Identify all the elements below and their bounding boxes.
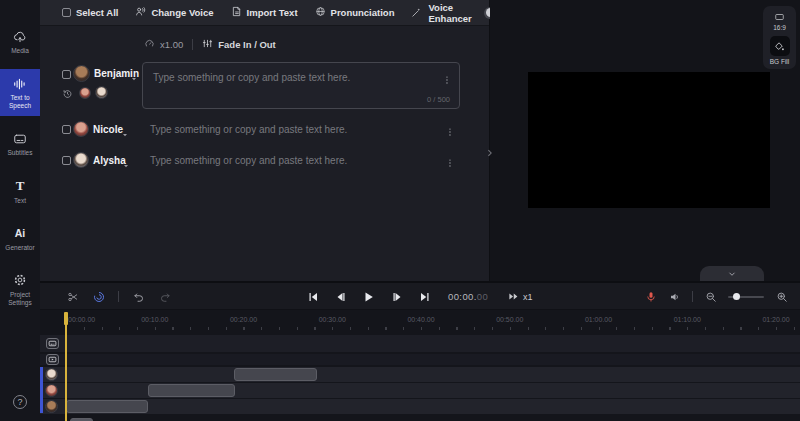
speech-settings-row: x1.00 Fade In / Out: [144, 38, 276, 51]
audio-clip-benjamin[interactable]: [66, 400, 148, 413]
chevron-down-icon[interactable]: [121, 125, 129, 143]
sidebar-item-text[interactable]: T Text: [0, 172, 40, 211]
ai-icon: Ai: [13, 226, 28, 241]
sidebar-item-text-to-speech[interactable]: Text to Speech: [0, 69, 40, 116]
track-voice-benjamin[interactable]: [40, 399, 800, 414]
video-track-icon: [46, 354, 59, 365]
subtitles-icon: [13, 131, 28, 146]
preview-collapse-tab[interactable]: [700, 266, 764, 281]
ruler-label: 00:10.00: [141, 316, 168, 323]
zoom-out-icon[interactable]: [704, 290, 717, 303]
speaker-icon[interactable]: [668, 290, 681, 303]
undo-icon[interactable]: [132, 290, 145, 303]
track-avatar-nicole: [45, 384, 58, 397]
pronunciation-label: Pronunciation: [331, 7, 395, 18]
sidebar-item-label: Generator: [1, 244, 39, 252]
redo-icon[interactable]: [158, 290, 171, 303]
pronunciation-icon: [315, 6, 326, 19]
skip-to-end-icon[interactable]: [418, 290, 431, 303]
video-preview[interactable]: [528, 72, 770, 208]
playback-speed-button[interactable]: x1: [508, 283, 533, 310]
transport-controls: [306, 283, 431, 310]
help-button[interactable]: ?: [13, 395, 27, 409]
sidebar-item-label: Media: [1, 47, 39, 55]
recent-voice-avatar[interactable]: [79, 87, 91, 99]
sidebar-item-project-settings[interactable]: Project Settings: [0, 266, 40, 313]
avatar-alysha[interactable]: [73, 152, 89, 168]
previous-frame-icon[interactable]: [334, 290, 347, 303]
audio-clip-nicole[interactable]: [148, 384, 235, 397]
select-all-button[interactable]: Select All: [62, 7, 118, 18]
record-mic-icon[interactable]: [644, 290, 657, 303]
aspect-ratio-label: 16:9: [773, 24, 786, 31]
voice-checkbox[interactable]: [62, 125, 71, 134]
timeline-right-controls: [644, 283, 788, 310]
panel-collapse-handle[interactable]: [485, 139, 494, 167]
play-icon[interactable]: [362, 290, 375, 303]
smart-tool-icon[interactable]: [92, 290, 105, 303]
sidebar-item-media[interactable]: Media: [0, 22, 40, 61]
select-all-checkbox[interactable]: [62, 8, 71, 17]
avatar-benjamin[interactable]: [73, 65, 90, 82]
speed-control[interactable]: x1.00: [144, 38, 183, 51]
chevron-down-icon[interactable]: [122, 156, 130, 174]
voice-enhancer-wand-icon: [411, 7, 422, 18]
text-to-speech-panel: Select All Change Voice Import Text Pron…: [40, 0, 490, 281]
tts-placeholder-text[interactable]: Type something or copy and paste text he…: [150, 124, 347, 135]
kebab-menu-icon[interactable]: [445, 123, 455, 141]
sidebar-item-subtitles[interactable]: Subtitles: [0, 124, 40, 163]
divider: [118, 291, 119, 302]
ruler-label: 00:50.00: [496, 316, 523, 323]
playhead[interactable]: [65, 312, 67, 421]
audio-clip-alysha[interactable]: [234, 368, 317, 381]
skip-to-start-icon[interactable]: [306, 290, 319, 303]
recent-voice-avatar[interactable]: [95, 86, 108, 99]
timecode-frames: 00: [477, 291, 488, 302]
ruler-label: 01:10.00: [674, 316, 701, 323]
ruler-label: 00:20.00: [230, 316, 257, 323]
ruler-label: 00:40.00: [407, 316, 434, 323]
track-subtitle[interactable]: [40, 335, 800, 352]
media-upload-icon: [13, 29, 28, 44]
import-text-button[interactable]: Import Text: [231, 6, 298, 19]
subtitle-track-icon: [46, 338, 59, 349]
voice-name[interactable]: Nicole: [93, 124, 123, 135]
bg-fill-icon: [770, 36, 790, 56]
pronunciation-button[interactable]: Pronunciation: [315, 6, 395, 19]
tts-text-input[interactable]: [143, 63, 459, 108]
track-avatar-alysha: [45, 368, 58, 381]
app-root: Media Text to Speech Subtitles T Text Ai…: [0, 0, 800, 421]
ruler-label: 00:30.00: [319, 316, 346, 323]
zoom-in-icon[interactable]: [775, 290, 788, 303]
track-voice-alysha[interactable]: [40, 367, 800, 382]
voice-history-icon[interactable]: [62, 88, 73, 99]
track-video[interactable]: [40, 354, 800, 365]
tts-placeholder-text[interactable]: Type something or copy and paste text he…: [150, 155, 347, 166]
voice-name[interactable]: Alysha: [93, 155, 126, 166]
chevron-down-icon: [727, 269, 737, 279]
timeline-ruler[interactable]: 00:00.00 00:10.00 00:20.00 00:30.00 00:4…: [40, 312, 800, 333]
split-scissors-icon[interactable]: [66, 290, 79, 303]
avatar-nicole[interactable]: [73, 121, 89, 137]
sidebar: Media Text to Speech Subtitles T Text Ai…: [0, 0, 40, 421]
kebab-menu-icon[interactable]: [442, 71, 452, 89]
bg-fill-label: BG Fill: [770, 58, 790, 65]
text-icon: T: [13, 179, 28, 194]
divider: [692, 291, 693, 302]
timeline-zoom-slider[interactable]: [728, 296, 764, 298]
fade-icon: [202, 38, 213, 51]
sidebar-item-generator[interactable]: Ai Generator: [0, 219, 40, 258]
next-frame-icon[interactable]: [390, 290, 403, 303]
bg-fill-button[interactable]: BG Fill: [770, 36, 790, 65]
change-voice-button[interactable]: Change Voice: [135, 6, 213, 19]
fade-in-out-button[interactable]: Fade In / Out: [202, 38, 276, 51]
kebab-menu-icon[interactable]: [445, 154, 455, 172]
preview-pane: 16:9 BG Fill: [490, 0, 800, 281]
ruler-label: 01:00.00: [585, 316, 612, 323]
voice-checkbox[interactable]: [62, 70, 71, 79]
aspect-ratio-button[interactable]: 16:9: [773, 12, 786, 31]
timecode-main: 00:00.: [448, 291, 477, 302]
voice-checkbox[interactable]: [62, 156, 71, 165]
chevron-down-icon[interactable]: [130, 69, 138, 87]
tts-textbox-benjamin[interactable]: 0 / 500: [142, 62, 460, 109]
